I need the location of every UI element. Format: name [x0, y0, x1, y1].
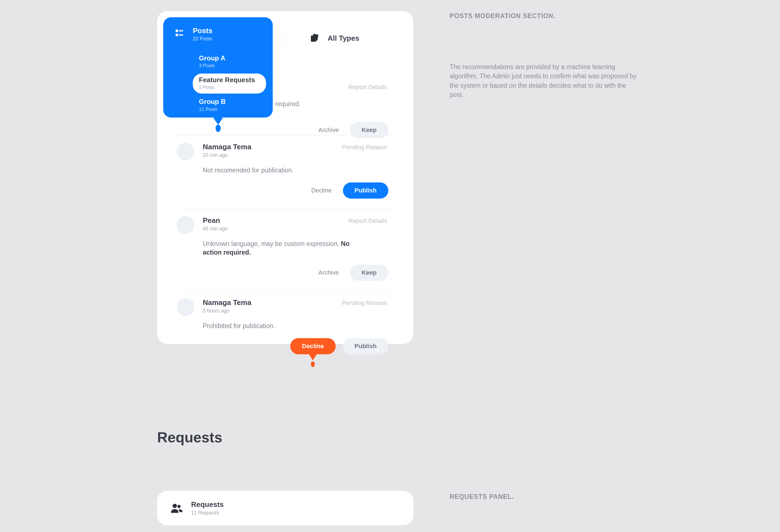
dropdown-item-title: Group B — [199, 98, 260, 105]
publish-button[interactable]: Publish — [343, 338, 388, 354]
svg-rect-5 — [179, 34, 183, 36]
dropdown-item-subtitle: 2 Posts — [199, 85, 260, 90]
svg-rect-3 — [179, 30, 183, 32]
decline-button[interactable]: Decline — [307, 184, 335, 197]
posts-dropdown[interactable]: Posts 20 Posts Group A 3 Posts Feature R… — [163, 17, 273, 117]
post-time: 20 min ago — [203, 152, 394, 158]
svg-rect-1 — [312, 34, 319, 41]
top-divider — [285, 31, 286, 50]
post-desc-prefix: Unknown language, may be custom expressi… — [203, 240, 341, 247]
dropdown-item-feature-requests[interactable]: Feature Requests 2 Posts — [193, 74, 266, 94]
archive-button[interactable]: Archive — [314, 266, 343, 279]
post-row: Namaga Tema 20 min ago Pending Reason No… — [177, 135, 394, 209]
dropdown-item-group-b[interactable]: Group B 11 Posts — [193, 95, 266, 115]
avatar — [177, 298, 194, 316]
dropdown-title: Posts — [193, 27, 212, 35]
pending-reason-link[interactable]: Pending Reason — [342, 299, 387, 307]
post-time: 5 hours ago — [203, 308, 394, 314]
dropdown-item-title: Group A — [199, 55, 260, 62]
publish-button[interactable]: Publish — [343, 183, 388, 199]
svg-rect-4 — [176, 34, 178, 36]
dropdown-item-group-a[interactable]: Group A 3 Posts — [193, 52, 266, 72]
dropdown-subtitle: 20 Posts — [193, 36, 212, 42]
svg-point-6 — [173, 504, 177, 508]
avatar — [177, 143, 194, 160]
report-details-link[interactable]: Report Details — [348, 84, 387, 91]
post-desc: Prohibited for publication. — [203, 322, 353, 330]
dropdown-item-title: Feature Requests — [199, 76, 260, 84]
cards-icon — [309, 33, 319, 43]
svg-point-7 — [178, 505, 181, 508]
people-icon — [170, 502, 183, 515]
post-time: 45 min ago — [203, 226, 394, 232]
dropdown-item-subtitle: 3 Posts — [199, 63, 260, 68]
post-row: Pean 45 min ago Report Details Unknown l… — [177, 209, 394, 291]
requests-heading: Requests — [157, 429, 222, 446]
posts-moderation-section-label: POSTS MODERATION SECTION. — [450, 12, 555, 20]
all-types-label: All Types — [328, 34, 359, 43]
svg-rect-2 — [176, 30, 178, 32]
requests-panel-label: REQUESTS PANEL. — [450, 493, 514, 500]
row-desc-peek: required. — [275, 100, 301, 108]
decline-button[interactable]: Decline — [290, 338, 335, 354]
dropdown-item-subtitle: 11 Posts — [199, 107, 260, 112]
list-icon — [175, 28, 184, 38]
posts-moderation-description: The recommendations are provided by a ma… — [450, 62, 639, 99]
decline-button-label: Decline — [302, 343, 324, 349]
post-row: Namaga Tema 5 hours ago Pending Reason P… — [177, 291, 394, 364]
all-types-filter[interactable]: All Types — [309, 33, 359, 43]
pending-reason-link[interactable]: Pending Reason — [342, 144, 387, 151]
posts-moderation-card: Report Details required. Archive Keep Na… — [157, 11, 413, 344]
requests-panel[interactable]: Requests 11 Requests — [157, 491, 413, 525]
post-desc: Not recomended for publication. — [203, 166, 353, 175]
keep-button[interactable]: Keep — [350, 264, 388, 281]
report-details-link[interactable]: Report Details — [348, 217, 387, 225]
requests-panel-subtitle: 11 Requests — [191, 510, 224, 516]
requests-panel-title: Requests — [191, 500, 224, 509]
avatar — [177, 216, 194, 234]
post-desc: Unknown language, may be custom expressi… — [203, 240, 353, 257]
